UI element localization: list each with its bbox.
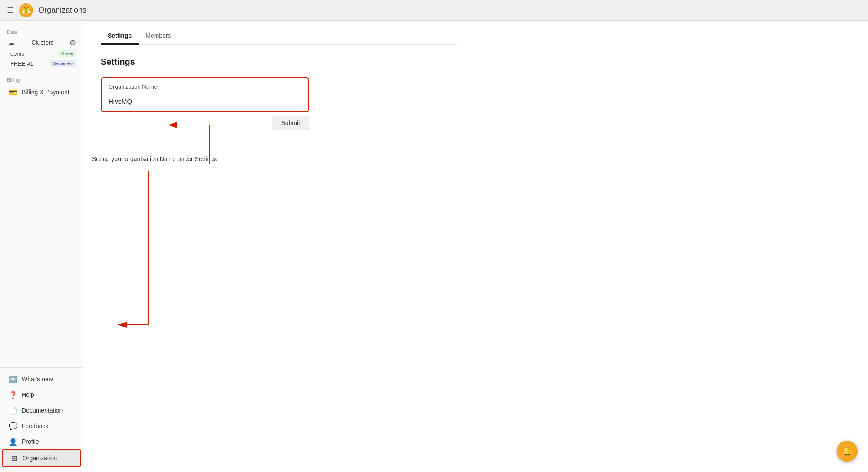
clusters-label[interactable]: Clusters xyxy=(31,39,53,46)
organization-icon: ⊞ xyxy=(10,454,18,462)
org-name-form-group: Organization Name Submit xyxy=(101,77,457,130)
feedback-icon: 💬 xyxy=(9,422,17,430)
organization-label: Organization xyxy=(23,455,57,462)
cluster-badge-demo: Starter xyxy=(58,50,76,57)
profile-icon: 👤 xyxy=(9,437,17,446)
fab-button[interactable]: 🔔 xyxy=(837,441,858,462)
feedback-label: Feedback xyxy=(22,422,48,429)
help-icon: ❓ xyxy=(9,390,17,399)
sidebar-item-feedback[interactable]: 💬 Feedback xyxy=(2,418,81,434)
app-logo: 😤 xyxy=(19,3,33,17)
sidebar-item-whats-new[interactable]: 🆕 What's new xyxy=(2,371,81,387)
clusters-icon: ☁ xyxy=(7,38,16,47)
org-name-label: Organization Name xyxy=(103,80,307,90)
sidebar: Data ☁ Clusters ⊕ demo Starter FREE #1 S… xyxy=(0,21,83,472)
billing-icon: 💳 xyxy=(9,88,17,96)
org-name-input[interactable] xyxy=(103,93,307,109)
profile-label: Profile xyxy=(22,438,39,445)
sidebar-item-profile[interactable]: 👤 Profile xyxy=(2,434,81,449)
cluster-name-free1: FREE #1 xyxy=(10,60,33,67)
sidebar-divider xyxy=(0,367,83,368)
whats-new-icon: 🆕 xyxy=(9,375,17,383)
tab-settings[interactable]: Settings xyxy=(101,28,139,45)
help-label: Help xyxy=(22,391,34,398)
billing-label: Billing & Payment xyxy=(22,89,69,96)
cluster-item-free1[interactable]: FREE #1 Serverless xyxy=(0,59,83,69)
main-inner: Settings Members Settings Organization N… xyxy=(83,21,474,149)
billing-section-label: Billing xyxy=(0,74,83,84)
annotation-text: Set up your organisation Name under Sett… xyxy=(92,155,217,162)
app-title: Organizations xyxy=(38,6,86,15)
settings-title: Settings xyxy=(101,57,457,67)
submit-button[interactable]: Submit xyxy=(272,116,309,130)
fab-icon: 🔔 xyxy=(842,446,853,456)
clusters-header: ☁ Clusters ⊕ xyxy=(0,36,83,49)
tabs: Settings Members xyxy=(101,21,457,45)
tab-members[interactable]: Members xyxy=(139,28,178,45)
settings-section: Settings Organization Name Submit xyxy=(101,45,457,149)
whats-new-label: What's new xyxy=(22,376,53,383)
submit-row: Submit xyxy=(101,116,309,130)
cluster-name-demo: demo xyxy=(10,50,25,57)
documentation-label: Documentation xyxy=(22,407,63,414)
sidebar-item-documentation[interactable]: 📄 Documentation xyxy=(2,403,81,418)
cluster-item-demo[interactable]: demo Starter xyxy=(0,49,83,59)
sidebar-item-help[interactable]: ❓ Help xyxy=(2,387,81,403)
sidebar-item-organization[interactable]: ⊞ Organization xyxy=(2,449,81,467)
main-content: Settings Members Settings Organization N… xyxy=(83,21,868,472)
documentation-icon: 📄 xyxy=(9,406,17,415)
org-name-input-wrapper: Organization Name xyxy=(101,77,309,112)
add-cluster-button[interactable]: ⊕ xyxy=(69,39,76,46)
data-section-label: Data xyxy=(0,26,83,36)
sidebar-item-billing[interactable]: 💳 Billing & Payment xyxy=(2,84,81,100)
sidebar-bottom: 🆕 What's new ❓ Help 📄 Documentation 💬 Fe… xyxy=(0,364,83,467)
menu-icon[interactable]: ☰ xyxy=(7,6,14,15)
topbar: ☰ 😤 Organizations xyxy=(0,0,868,21)
cluster-badge-free1: Serverless xyxy=(50,60,76,67)
